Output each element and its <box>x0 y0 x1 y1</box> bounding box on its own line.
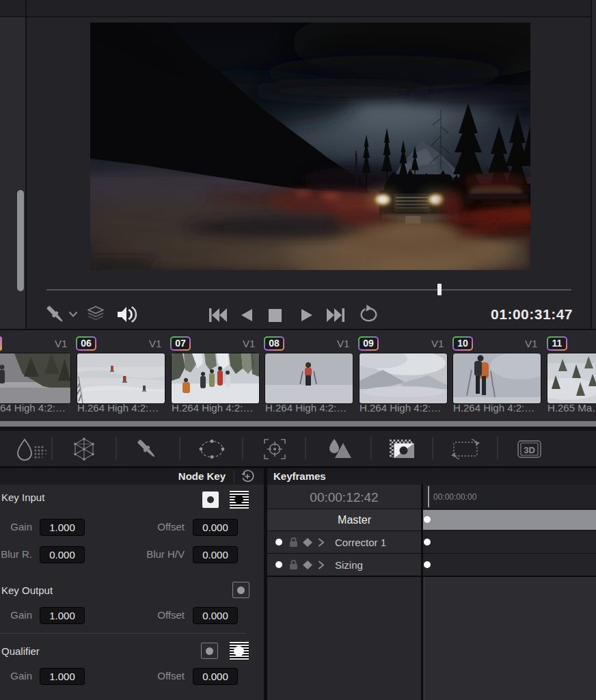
svg-text:3D: 3D <box>524 445 535 455</box>
